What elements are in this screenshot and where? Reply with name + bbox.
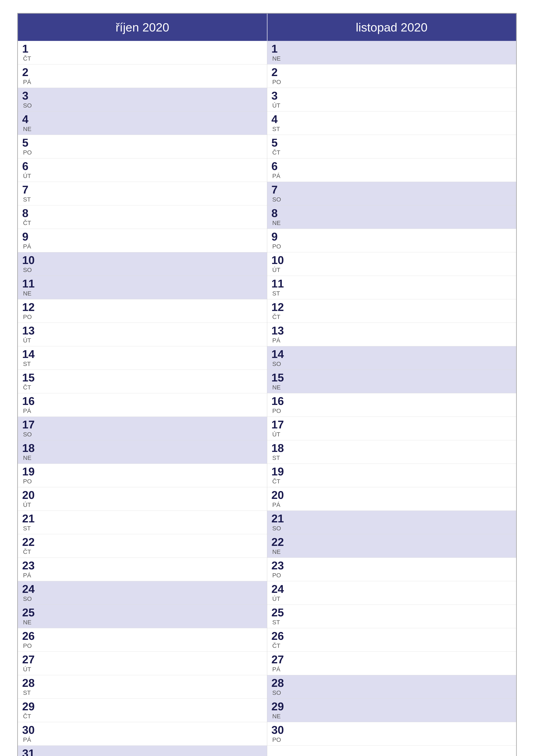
day-number: 27 — [22, 654, 39, 665]
day-number: 25 — [22, 607, 39, 618]
day-info: 1 ČT — [22, 43, 39, 62]
day-info: 20 ÚT — [22, 489, 39, 508]
day-name: PÁ — [22, 243, 39, 250]
november-day-row: 8 NE — [267, 205, 516, 229]
day-name: NE — [22, 619, 39, 626]
day-info: 21 SO — [271, 513, 289, 532]
november-day-row: 16 PO — [267, 393, 516, 417]
day-number: 9 — [271, 231, 289, 242]
day-name: NE — [22, 454, 39, 461]
day-name: ÚT — [271, 431, 289, 438]
day-info: 2 PÁ — [22, 67, 39, 86]
day-name: ST — [22, 525, 39, 532]
october-day-row: 10 SO — [18, 252, 267, 276]
calendar-container: říjen 2020 listopad 2020 1 ČT 2 PÁ 3 SO — [17, 13, 517, 756]
day-info: 5 ČT — [271, 137, 289, 156]
day-name: ST — [271, 290, 289, 297]
day-info: 30 PO — [271, 724, 289, 743]
day-number: 30 — [271, 724, 289, 736]
november-day-row: 23 PO — [267, 558, 516, 581]
day-name: NE — [22, 126, 39, 133]
day-name: PÁ — [271, 337, 289, 344]
day-name: PO — [22, 313, 39, 320]
november-day-row: 18 ST — [267, 440, 516, 464]
page: říjen 2020 listopad 2020 1 ČT 2 PÁ 3 SO — [0, 0, 534, 756]
november-day-row: 4 ST — [267, 111, 516, 135]
october-day-row: 26 PO — [18, 628, 267, 652]
day-name: PÁ — [271, 501, 289, 508]
day-name: ST — [271, 126, 289, 133]
november-column: 1 NE 2 PO 3 ÚT 4 ST — [267, 41, 516, 756]
day-info: 22 NE — [271, 536, 289, 555]
day-info: 6 PÁ — [271, 161, 289, 179]
october-day-row: 7 ST — [18, 182, 267, 205]
day-number: 14 — [22, 348, 39, 360]
day-info: 16 PÁ — [22, 395, 39, 415]
day-info: 13 PÁ — [271, 325, 289, 344]
day-info: 19 PO — [22, 466, 39, 485]
october-day-row: 8 ČT — [18, 205, 267, 229]
day-info: 8 ČT — [22, 207, 39, 227]
day-number: 14 — [271, 348, 289, 360]
november-day-row: 21 SO — [267, 511, 516, 534]
day-number: 19 — [22, 466, 39, 477]
october-day-row: 16 PÁ — [18, 393, 267, 417]
november-day-row: 27 PÁ — [267, 652, 516, 675]
day-number: 7 — [22, 184, 39, 195]
day-number: 21 — [271, 513, 289, 524]
day-name: ÚT — [271, 267, 289, 274]
day-name: ST — [22, 689, 39, 696]
day-name: PO — [271, 408, 289, 415]
day-info: 6 ÚT — [22, 161, 39, 179]
day-name: ČT — [271, 313, 289, 320]
day-name: PO — [22, 149, 39, 156]
october-day-row: 1 ČT — [18, 41, 267, 65]
day-info: 24 ÚT — [271, 583, 289, 602]
day-info: 27 PÁ — [271, 654, 289, 673]
day-info: 25 NE — [22, 607, 39, 626]
day-name: PÁ — [271, 173, 289, 179]
november-day-row-empty — [267, 746, 516, 756]
day-number: 29 — [271, 701, 289, 712]
day-number: 8 — [22, 207, 39, 219]
day-info: 28 SO — [271, 677, 289, 696]
day-number: 23 — [271, 560, 289, 571]
day-number: 16 — [22, 395, 39, 407]
day-info: 27 ÚT — [22, 654, 39, 673]
day-name: PO — [22, 478, 39, 485]
day-name: PÁ — [22, 736, 39, 743]
day-number: 5 — [22, 137, 39, 148]
day-name: ČT — [22, 713, 39, 720]
day-info: 7 ST — [22, 184, 39, 203]
day-name: PO — [271, 736, 289, 743]
november-day-row: 6 PÁ — [267, 158, 516, 182]
day-number: 10 — [271, 255, 289, 266]
november-day-row: 20 PÁ — [267, 487, 516, 511]
october-day-row: 14 ST — [18, 346, 267, 370]
day-name: NE — [271, 549, 289, 555]
october-day-row: 25 NE — [18, 605, 267, 628]
october-day-row: 12 PO — [18, 299, 267, 323]
day-info: 22 ČT — [22, 536, 39, 555]
day-name: PO — [271, 572, 289, 579]
day-number: 29 — [22, 701, 39, 712]
october-day-row: 13 ÚT — [18, 323, 267, 346]
day-number: 10 — [22, 255, 39, 266]
day-number: 22 — [271, 536, 289, 548]
day-number: 11 — [22, 278, 39, 289]
day-name: NE — [271, 713, 289, 720]
day-number: 19 — [271, 466, 289, 477]
day-name: NE — [271, 55, 289, 62]
day-name: PÁ — [22, 408, 39, 415]
october-day-row: 24 SO — [18, 581, 267, 605]
day-number: 4 — [22, 114, 39, 125]
header-row: říjen 2020 listopad 2020 — [18, 14, 516, 41]
october-day-row: 6 ÚT — [18, 158, 267, 182]
day-number: 25 — [271, 607, 289, 618]
day-info: 5 PO — [22, 137, 39, 156]
day-number: 27 — [271, 654, 289, 665]
day-number: 15 — [22, 372, 39, 383]
day-info: 4 ST — [271, 114, 289, 133]
october-day-row: 21 ST — [18, 511, 267, 534]
day-name: SO — [271, 361, 289, 367]
